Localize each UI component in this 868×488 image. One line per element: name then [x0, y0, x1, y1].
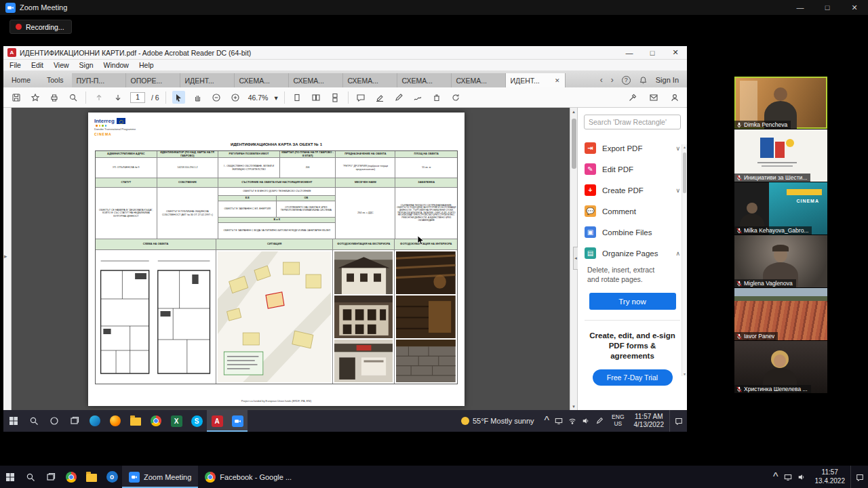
host-volume-icon[interactable] [797, 473, 806, 481]
panel-scroll-down-icon[interactable]: ▾ [682, 371, 687, 376]
scrollbar-thumb[interactable] [572, 119, 576, 169]
host-search-icon[interactable] [20, 466, 41, 488]
chevron-up-icon[interactable]: ∧ [675, 250, 680, 257]
menu-help[interactable]: Help [139, 61, 154, 69]
skype-icon[interactable]: S [186, 410, 207, 432]
tab-tools[interactable]: Tools [39, 73, 72, 87]
zoom-in-icon[interactable] [229, 91, 242, 104]
email-icon[interactable] [647, 91, 660, 104]
menu-file[interactable]: File [9, 61, 21, 69]
excel-icon[interactable]: X [166, 410, 186, 432]
wifi-tray-icon[interactable] [568, 417, 576, 425]
single-page-view-icon[interactable] [291, 91, 304, 104]
tab-scroll-left-icon[interactable]: ‹ [600, 75, 603, 85]
host-chrome-icon[interactable] [61, 466, 81, 488]
host-start-button[interactable] [0, 466, 20, 488]
acrobat-taskbar-icon[interactable]: A [207, 410, 227, 432]
browser-window-button[interactable]: Facebook - Google ... [198, 466, 298, 488]
free-trial-button[interactable]: Free 7-Day Trial [593, 369, 673, 386]
highlighter-icon[interactable] [374, 91, 387, 104]
monitor-tray-icon[interactable] [555, 417, 563, 425]
search-icon[interactable] [66, 91, 79, 104]
doc-tab-2[interactable]: ОПОРЕ... [126, 73, 180, 87]
participant-video[interactable]: Инициативи за Шести... [734, 129, 827, 182]
save-icon[interactable] [9, 91, 22, 104]
scroll-down-icon[interactable]: ▾ [570, 403, 577, 410]
menu-view[interactable]: View [54, 61, 69, 69]
zoom-minimize-button[interactable]: — [787, 0, 814, 15]
print-icon[interactable] [47, 91, 60, 104]
host-clock[interactable]: 11:57 13.4.2022 [810, 468, 851, 485]
doc-tab-9-active[interactable]: ИДЕНТ... ✕ [506, 73, 566, 87]
tool-export-pdf[interactable]: ⇥ Export PDF ∨ [578, 138, 687, 159]
previous-page-icon[interactable] [92, 91, 105, 104]
language-indicator[interactable]: ENG US [608, 414, 628, 428]
taskbar-search-icon[interactable] [24, 410, 44, 432]
pen-tray-icon[interactable] [595, 417, 604, 425]
tool-organize-pages[interactable]: ▤ Organize Pages ∧ [578, 243, 687, 264]
sign-in-button[interactable]: Sign In [656, 76, 679, 84]
participant-video[interactable]: Dimka Pencheva [734, 77, 827, 129]
host-task-view-icon[interactable] [41, 466, 61, 488]
participant-video[interactable]: Христинка Шепелева ... [734, 341, 827, 393]
two-page-view-icon[interactable] [310, 91, 323, 104]
zoom-caret-icon[interactable]: ▾ [274, 94, 277, 102]
navigation-pane-rail[interactable]: ▸ [3, 108, 12, 410]
edge-icon[interactable] [85, 410, 105, 432]
participant-video[interactable]: CINEMA Milka Kehayova_Gabro... [734, 182, 827, 235]
task-view-icon[interactable] [64, 410, 85, 432]
scroll-up-icon[interactable]: ▴ [570, 108, 577, 115]
chevron-down-icon[interactable]: ∨ [675, 145, 680, 152]
acrobat-close-button[interactable]: ✕ [664, 46, 687, 59]
comment-icon[interactable] [355, 91, 368, 104]
expand-nav-pane-icon[interactable]: ▸ [4, 253, 7, 260]
doc-tab-3[interactable]: ИДЕНТ... [180, 73, 235, 87]
zoom-level-select[interactable]: 46.7% [248, 94, 269, 102]
tool-create-pdf[interactable]: + Create PDF ∨ [578, 180, 687, 201]
acrobat-maximize-button[interactable]: □ [641, 46, 664, 59]
scrolling-view-icon[interactable] [329, 91, 342, 104]
doc-tab-7[interactable]: СХЕМА... [397, 73, 452, 87]
host-outlook-icon[interactable]: o [102, 466, 122, 488]
host-file-explorer-icon[interactable] [81, 466, 102, 488]
collapse-panel-handle[interactable]: ◂ [573, 247, 578, 270]
menu-sign[interactable]: Sign [79, 61, 94, 69]
host-network-icon[interactable] [784, 473, 792, 481]
pencil-icon[interactable] [393, 91, 406, 104]
select-tool-icon[interactable] [172, 91, 185, 104]
zoom-close-button[interactable]: ✕ [841, 0, 868, 15]
tray-expand-icon[interactable]: ^ [545, 415, 550, 427]
fill-sign-tools-icon[interactable] [626, 91, 639, 104]
tool-edit-pdf[interactable]: ✎ Edit PDF [578, 159, 687, 180]
action-center-icon[interactable] [669, 410, 687, 432]
doc-tab-8[interactable]: СХЕМА... [452, 73, 506, 87]
host-action-center-icon[interactable] [850, 466, 868, 488]
panel-scrollbar[interactable]: ▴ ▾ [682, 144, 687, 376]
rotate-icon[interactable] [450, 91, 462, 104]
star-icon[interactable] [28, 91, 41, 104]
signature-icon[interactable] [412, 91, 425, 104]
doc-tab-1[interactable]: ПУП-П... [72, 73, 126, 87]
tool-combine-files[interactable]: ▣ Combine Files [578, 222, 687, 243]
document-canvas[interactable]: Interreg Danube Transnational Programme … [12, 108, 570, 410]
tools-search-input[interactable] [584, 115, 681, 129]
chevron-down-icon[interactable]: ∨ [675, 187, 680, 194]
doc-tab-4[interactable]: СХЕМА... [235, 73, 289, 87]
close-tab-icon[interactable]: ✕ [555, 77, 560, 84]
page-number-input[interactable]: 1 [130, 92, 145, 103]
file-explorer-icon[interactable] [125, 410, 146, 432]
menu-edit[interactable]: Edit [31, 61, 43, 69]
participant-video[interactable]: Iavor Panev [734, 288, 827, 340]
hand-tool-icon[interactable] [191, 91, 204, 104]
acrobat-minimize-button[interactable]: — [618, 46, 641, 59]
chrome-icon[interactable] [146, 410, 166, 432]
try-now-button[interactable]: Try now [589, 293, 676, 310]
menu-window[interactable]: Window [104, 61, 129, 69]
start-button[interactable] [3, 410, 24, 432]
account-icon[interactable] [668, 91, 681, 104]
help-icon[interactable]: ? [622, 76, 631, 85]
panel-scroll-up-icon[interactable]: ▴ [682, 144, 687, 149]
next-page-icon[interactable] [111, 91, 124, 104]
zoom-maximize-button[interactable]: □ [814, 0, 841, 15]
weather-widget[interactable]: 55°F Mostly sunny [455, 410, 540, 432]
